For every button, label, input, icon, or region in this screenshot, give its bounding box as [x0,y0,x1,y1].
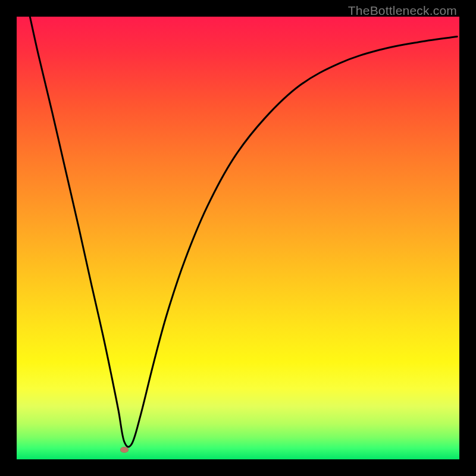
chart-frame: TheBottleneck.com [0,0,476,476]
minimum-point-marker [120,447,129,453]
watermark-text: TheBottleneck.com [348,4,457,18]
bottleneck-curve [30,17,457,447]
curve-layer [17,17,459,459]
plot-area [17,17,459,459]
